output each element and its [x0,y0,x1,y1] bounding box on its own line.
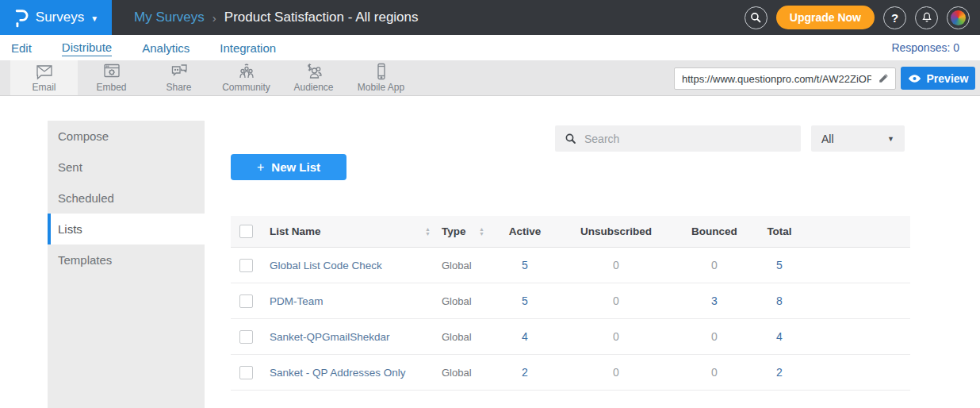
question-mark-icon: ? [891,11,898,25]
breadcrumb-separator: › [212,11,216,25]
chevron-down-icon: ▼ [887,135,894,143]
preview-button[interactable]: Preview [901,67,975,90]
sidebar-item-sent[interactable]: Sent [48,152,205,183]
new-list-button[interactable]: + New List [231,154,346,180]
lists-table: List Name ▲▼ Type ▲▼ Active Unsubscribed… [231,216,910,391]
preview-label: Preview [927,72,969,85]
channel-embed[interactable]: Embed [78,60,145,95]
list-filter-dropdown[interactable]: All ▼ [811,125,905,152]
search-icon [749,11,762,24]
survey-nav: Edit Distribute Analytics Integration Re… [0,35,980,60]
list-type: Global [437,367,492,379]
sidebar-item-compose[interactable]: Compose [48,121,205,152]
channel-share[interactable]: Share [145,60,212,95]
list-type: Global [437,260,492,271]
column-header-active: Active [492,225,557,237]
channel-mobile-app[interactable]: Mobile App [347,60,415,95]
list-name-link[interactable]: PDM-Team [267,295,437,307]
list-name-link[interactable]: Sanket - QP Addresses Only [267,367,437,379]
unsubscribed-count: 0 [557,330,675,343]
distribute-toolbar: Email Embed Share Community Audience Mob… [0,60,980,96]
total-count[interactable]: 5 [754,259,805,271]
edit-url-pencil-icon[interactable] [878,72,890,84]
active-count[interactable]: 5 [492,294,557,307]
breadcrumb-my-surveys[interactable]: My Surveys [134,10,205,25]
channel-community[interactable]: Community [212,60,280,95]
column-header-unsubscribed: Unsubscribed [557,225,675,237]
tab-integration[interactable]: Integration [220,40,276,56]
total-count[interactable]: 4 [754,330,805,343]
total-count[interactable]: 2 [754,366,805,379]
channel-email[interactable]: Email [10,60,78,95]
sidebar-item-scheduled[interactable]: Scheduled [48,183,205,214]
survey-url-input[interactable] [674,67,896,90]
questionpro-distribute-page: Surveys ▼ My Surveys › Product Satisfact… [0,0,980,408]
help-button[interactable]: ? [883,6,906,29]
eye-icon [908,74,921,83]
header-actions: Upgrade Now ? [745,6,980,29]
tab-distribute[interactable]: Distribute [62,39,112,56]
channel-label: Mobile App [358,82,404,93]
table-row: PDM-Team Global 5 0 3 8 [231,283,910,319]
search-input[interactable] [584,133,791,145]
email-icon [35,63,54,80]
share-icon [170,63,189,80]
row-checkbox[interactable] [239,330,253,344]
mobile-app-icon [372,63,391,80]
sort-arrows-icon[interactable]: ▲▼ [479,227,484,237]
unsubscribed-count: 0 [557,259,675,271]
active-count[interactable]: 4 [492,330,557,343]
tab-edit[interactable]: Edit [11,40,32,56]
bounced-count: 0 [675,259,754,271]
channel-label: Audience [293,82,333,93]
table-row: Sanket-QPGmailShekdar Global 4 0 0 4 [231,319,910,355]
bounced-count: 0 [675,330,754,343]
bounced-count: 0 [675,366,754,379]
row-checkbox[interactable] [239,259,253,272]
account-avatar[interactable] [947,6,970,29]
list-type: Global [437,331,492,343]
sort-arrows-icon[interactable]: ▲▼ [425,227,431,237]
avatar-logo-icon [951,10,966,25]
column-header-bounced: Bounced [675,225,754,237]
sidebar-item-lists[interactable]: Lists [48,214,205,244]
brand-label: Surveys [36,10,84,25]
active-count[interactable]: 2 [492,366,557,379]
survey-title: Product Satisfaction - All regions [224,10,419,25]
chevron-down-icon: ▼ [90,14,98,23]
new-list-label: New List [271,160,320,174]
list-name-link[interactable]: Sanket-QPGmailShekdar [267,331,437,343]
plus-icon: + [257,160,264,175]
email-sidebar: Compose Sent Scheduled Lists Templates [48,121,205,408]
unsubscribed-count: 0 [557,294,675,307]
notifications-button[interactable] [915,6,938,29]
channel-audience[interactable]: Audience [280,60,347,95]
row-checkbox[interactable] [239,294,253,308]
tab-analytics[interactable]: Analytics [142,40,189,56]
audience-icon [304,63,323,80]
select-all-checkbox[interactable] [239,225,253,238]
channel-label: Embed [96,82,126,93]
sidebar-item-templates[interactable]: Templates [48,244,205,275]
column-header-list-name[interactable]: List Name ▲▼ [267,225,437,237]
search-button[interactable] [745,6,768,29]
bounced-count[interactable]: 3 [675,294,754,307]
channel-label: Email [32,82,56,93]
table-row: Global List Code Check Global 5 0 0 5 [231,248,910,283]
unsubscribed-count: 0 [557,366,675,379]
row-checkbox[interactable] [239,366,253,379]
table-row: Sanket - QP Addresses Only Global 2 0 0 … [231,355,910,391]
bell-icon [921,11,933,24]
community-icon [237,63,256,80]
questionpro-logo-icon [13,7,29,29]
responses-count[interactable]: Responses: 0 [891,41,969,54]
column-header-type[interactable]: Type ▲▼ [437,225,492,237]
upgrade-now-button[interactable]: Upgrade Now [776,6,875,29]
embed-icon [102,63,121,80]
total-count[interactable]: 8 [754,294,805,307]
list-name-link[interactable]: Global List Code Check [267,260,437,271]
surveys-menu[interactable]: Surveys ▼ [0,0,112,35]
search-icon [565,133,576,144]
active-count[interactable]: 5 [492,259,557,271]
list-type: Global [437,295,492,307]
